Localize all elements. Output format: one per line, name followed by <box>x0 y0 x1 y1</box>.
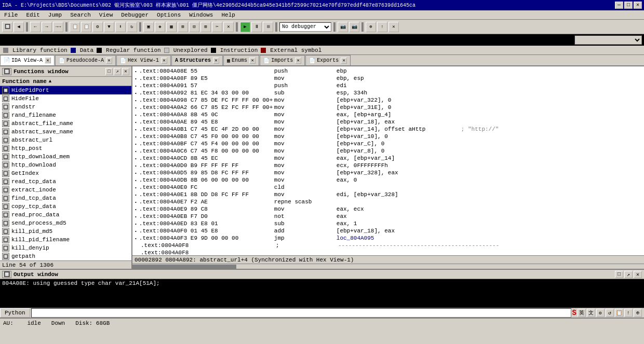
toolbar-btn-12[interactable]: ⊞ <box>178 22 188 32</box>
toolbar-btn-13[interactable]: ⊟ <box>189 22 199 32</box>
toolbar-btn-1[interactable]: 🔲 <box>2 22 12 32</box>
code-line[interactable]: •.text:0804A0BF C7 45 F4 00 00 00 00mov[… <box>132 140 644 147</box>
code-line[interactable]: •.text:0804A0ED 83 E8 01subeax, 1 <box>132 220 644 227</box>
toolbar-btn-16[interactable]: ✕ <box>223 22 234 32</box>
code-line[interactable]: •.text:0804A08F 89 E5movebp, esp <box>132 75 644 82</box>
output-close-btn[interactable]: ✕ <box>634 271 642 278</box>
search-dropdown[interactable] <box>574 35 642 45</box>
function-item[interactable]: 🔲abstract_save_name <box>0 128 131 136</box>
toolbar-btn-21[interactable]: ✕ <box>388 22 399 32</box>
code-line[interactable]: .text:0804A0F8 <box>132 249 644 255</box>
function-item[interactable]: 🔲find_tcp_data <box>0 194 131 202</box>
func-col-header[interactable]: Function name ▲ <box>0 77 131 86</box>
output-minimize-btn[interactable]: □ <box>615 271 623 278</box>
maximize-button[interactable]: □ <box>624 2 633 9</box>
toolbar-btn-14[interactable]: ⊞ <box>200 22 211 32</box>
tab-enums-close[interactable]: ✕ <box>249 58 256 64</box>
code-line[interactable]: •.text:0804A0A2 66 C7 85 E2 FC FF FF 00+… <box>132 104 644 111</box>
code-line[interactable]: •.text:0804A0A8 8B 45 0Cmoveax, [ebp+arg… <box>132 111 644 118</box>
menu-view[interactable]: View <box>97 12 115 18</box>
function-item[interactable]: 🔲randstr <box>0 103 131 111</box>
function-item[interactable]: 🔲copy_tcp_data <box>0 202 131 211</box>
menu-help[interactable]: Help <box>219 12 237 18</box>
toolbar-btn-2[interactable]: ◀ <box>14 22 24 32</box>
function-item[interactable]: 🔲kill_pid_md5 <box>0 227 131 236</box>
function-item[interactable]: 🔲abstract_file_name <box>0 119 131 128</box>
toolbar-btn-7[interactable]: ⬇ <box>115 22 126 32</box>
toolbar-pause[interactable]: ⏸ <box>251 22 262 32</box>
toolbar-stop[interactable]: ⏹ <box>263 22 273 32</box>
toolbar-btn-18[interactable]: 📷 <box>349 22 359 32</box>
tab-enums[interactable]: ▦ Enums ✕ <box>223 55 259 65</box>
func-restore-btn[interactable]: ↗ <box>114 68 121 75</box>
toolbar-btn-10[interactable]: ◈ <box>155 22 165 32</box>
menu-edit[interactable]: Edit <box>24 12 42 18</box>
toolbar-btn-15[interactable]: ✂ <box>212 22 222 32</box>
function-item[interactable]: 🔲abstract_url <box>0 136 131 144</box>
output-icon-6[interactable]: 📋 <box>615 309 623 317</box>
code-line[interactable]: •.text:0804A0B8 C7 45 F0 00 00 00 00mov[… <box>132 133 644 140</box>
function-item[interactable]: 🔲kill_pid_filename <box>0 236 131 244</box>
code-line[interactable]: •.text:0804A0B1 C7 45 EC 4F 2D 00 00mov[… <box>132 126 644 133</box>
code-line[interactable]: •.text:0804A0D5 89 85 D8 FC FF FFmov[ebp… <box>132 169 644 176</box>
function-item[interactable]: 🔲rand_filename <box>0 111 131 119</box>
code-line[interactable]: •.text:0804A0E9 89 C8moveax, ecx <box>132 205 644 213</box>
tab-exports[interactable]: 📄 Exports ✕ <box>305 55 351 65</box>
code-line[interactable]: •.text:0804A0DB 8B 06 00 00 00 00moveax,… <box>132 176 644 184</box>
debugger-select[interactable]: No debugger <box>279 22 331 32</box>
code-line[interactable]: •.text:0804A0F0 01 45 E8add[ebp+var_18],… <box>132 227 644 235</box>
toolbar-btn-8[interactable]: ↻ <box>127 22 137 32</box>
menu-search[interactable]: Search <box>68 12 93 18</box>
search-input[interactable] <box>2 37 572 43</box>
code-line[interactable]: •.text:0804A0D0 B9 FF FF FF FFmovecx, 0F… <box>132 162 644 169</box>
func-sort-arrow[interactable]: ▲ <box>49 79 51 84</box>
code-scrollbar-h[interactable] <box>132 264 644 269</box>
toolbar-btn-3[interactable]: →→ <box>53 22 63 32</box>
output-icon-7[interactable]: ↑ <box>624 309 633 317</box>
function-item[interactable]: 🔲kill_denyip <box>0 244 131 252</box>
code-line[interactable]: •.text:0804A092 81 EC 34 03 00 00subesp,… <box>132 89 644 97</box>
tab-imports[interactable]: 📄 Imports ✕ <box>260 55 305 65</box>
output-icon-5[interactable]: ↺ <box>606 309 614 317</box>
toolbar-btn-9[interactable]: ▣ <box>143 22 154 32</box>
toolbar-btn-6[interactable]: ▼ <box>104 22 114 32</box>
function-item[interactable]: 🔲http_post <box>0 144 131 153</box>
code-line[interactable]: •.text:0804A0EB F7 D0noteax <box>132 213 644 220</box>
code-line[interactable]: .text:0804A0F8;-------------------------… <box>132 242 644 249</box>
code-line[interactable]: •.text:0804A0E0 FCcld <box>132 184 644 191</box>
function-item[interactable]: 🔲extract_inode <box>0 186 131 194</box>
func-minimize-btn[interactable]: □ <box>105 68 113 75</box>
toolbar-btn-paste[interactable]: 📋 <box>81 22 91 32</box>
function-item[interactable]: 🔲HidePidPort <box>0 86 131 94</box>
tab-structures[interactable]: A Structures ✕ <box>171 55 223 65</box>
menu-debugger[interactable]: Debugger <box>119 12 151 18</box>
minimize-button[interactable]: — <box>615 2 623 9</box>
function-item[interactable]: 🔲GetIndex <box>0 169 131 177</box>
output-icon-4[interactable]: ⚙ <box>596 309 605 317</box>
toolbar-btn-fwd[interactable]: → <box>42 22 52 32</box>
tab-hex-close[interactable]: ✕ <box>161 58 167 64</box>
tab-exports-close[interactable]: ✕ <box>341 58 347 64</box>
function-item[interactable]: 🔲HideFile <box>0 94 131 103</box>
menu-options[interactable]: Options <box>155 12 183 18</box>
menu-jump[interactable]: Jump <box>46 12 64 18</box>
output-restore-btn[interactable]: ↗ <box>624 271 633 278</box>
toolbar-btn-20[interactable]: ↑ <box>377 22 387 32</box>
function-item[interactable]: 🔲getpath <box>0 252 131 260</box>
function-item[interactable]: 🔲read_proc_data <box>0 211 131 219</box>
tab-ida-view[interactable]: 📄 IDA View-A ✕ <box>0 55 55 65</box>
toolbar-btn-back[interactable]: ← <box>30 22 41 32</box>
tab-structures-close[interactable]: ✕ <box>213 58 219 64</box>
tab-pseudocode[interactable]: 📄 Pseudocode-A ✕ <box>55 55 116 65</box>
toolbar-btn-5[interactable]: ⚙ <box>92 22 103 32</box>
code-line[interactable]: •.text:0804A0F3 E9 9D 00 00 00jmploc_804… <box>132 235 644 242</box>
tab-ida-view-close[interactable]: ✕ <box>45 57 51 63</box>
code-line[interactable]: •.text:0804A0E7 F2 AErepne scasb <box>132 198 644 205</box>
code-line[interactable]: •.text:0804A0E1 8B DD D8 FC FF FFmovedi,… <box>132 191 644 198</box>
toolbar-btn-copy[interactable]: 📋 <box>70 22 80 32</box>
code-content[interactable]: •.text:0804A08E 55pushebp•.text:0804A08F… <box>132 66 644 255</box>
function-item[interactable]: 🔲http_download_mem <box>0 153 131 161</box>
tab-imports-close[interactable]: ✕ <box>295 58 301 64</box>
output-icon-3[interactable]: 文 <box>587 309 595 317</box>
function-item[interactable]: 🔲send_process_md5 <box>0 219 131 227</box>
